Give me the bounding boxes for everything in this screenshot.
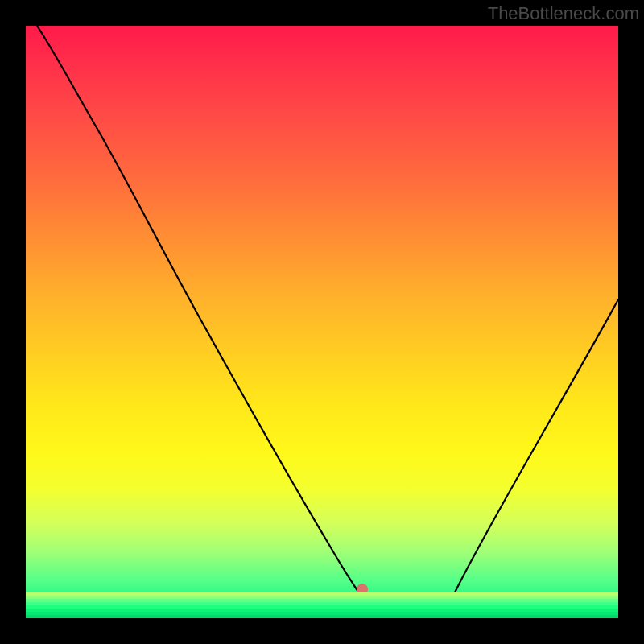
chart-plot-area [26, 26, 618, 618]
gradient-stripe [26, 615, 618, 618]
chart-overlay-svg [26, 26, 618, 618]
watermark-text: TheBottleneck.com [488, 3, 639, 24]
bottleneck-curve-line [37, 26, 618, 612]
